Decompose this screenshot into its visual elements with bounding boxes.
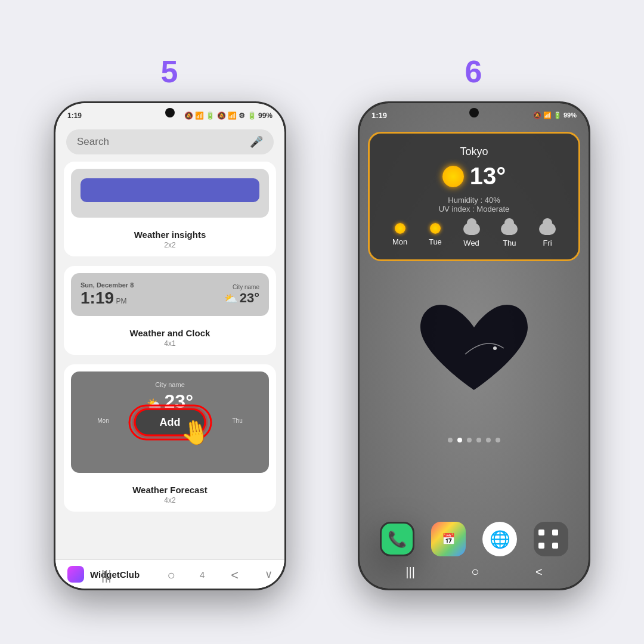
widget-preview-top — [80, 178, 259, 202]
nav-bar5: ||| ○ < — [55, 562, 284, 589]
main-container: 5 1:19 🔕 📶 🔋 🔕 📶 ⚙ 🔋 99% Search 🎤 — [0, 0, 644, 644]
ww-city6: Tokyo — [382, 145, 566, 158]
wc-left: Sun, December 8 1:19 PM — [80, 281, 134, 308]
wc-right: City name ⛅ 23° — [224, 284, 259, 306]
dock-gallery[interactable]: 📅 — [431, 522, 466, 556]
cloud-icon-wed — [463, 223, 480, 235]
widget-info-insights: Weather insights 2x2 — [64, 225, 276, 256]
apps-dot-3 — [538, 543, 544, 549]
phone6-screen: 1:19 🔕 📶 🔋 99% Tokyo 13° Humidity : 40% … — [360, 103, 589, 589]
dot-6 — [496, 438, 500, 442]
status-icons5: 🔕 📶 🔋 🔕 📶 ⚙ 🔋 99% — [184, 112, 273, 120]
widget-info-forecast: Weather Forecast 4x2 — [64, 480, 276, 512]
page-dots6 — [360, 438, 589, 442]
cloud-icon-fri — [539, 223, 556, 235]
nav-back5[interactable]: < — [231, 568, 239, 583]
wf-day-mon: Mon — [97, 417, 109, 424]
ww-temp6: 13° — [470, 163, 506, 190]
step6-wrapper: 6 1:19 🔕 📶 🔋 99% Tokyo 13° Hum — [358, 54, 590, 590]
ww-day-mon: Mon — [392, 223, 407, 247]
widget-name-forecast: Weather Forecast — [64, 485, 276, 495]
dock-phone[interactable]: 📞 — [380, 522, 414, 556]
widget-size-clock: 4x1 — [64, 339, 276, 348]
phone5-screen: 1:19 🔕 📶 🔋 🔕 📶 ⚙ 🔋 99% Search 🎤 — [55, 103, 284, 589]
sun-icon-mon — [395, 223, 405, 234]
ww-day-fri: Fri — [539, 223, 556, 247]
search-text5: Search — [77, 136, 109, 148]
dot-3 — [467, 438, 472, 442]
wc-date: Sun, December 8 — [80, 281, 134, 289]
ww-day-thu: Thu — [501, 223, 518, 247]
wc-time: 1:19 — [80, 289, 114, 307]
ww-temp-row6: 13° — [382, 163, 566, 190]
step5-label: 5 — [161, 54, 179, 89]
search-bar5[interactable]: Search 🎤 — [66, 129, 274, 154]
phone5: 1:19 🔕 📶 🔋 🔕 📶 ⚙ 🔋 99% Search 🎤 — [54, 101, 286, 590]
widget-preview-insights — [71, 169, 269, 218]
svg-point-0 — [493, 346, 497, 350]
wc-temp: 23° — [240, 290, 259, 305]
ww-forecast6: Mon Tue Wed Thu — [382, 223, 566, 247]
sun-icon6 — [442, 166, 464, 187]
nav-recent6[interactable]: ||| — [405, 565, 415, 579]
ww-day-wed: Wed — [463, 223, 480, 247]
status-icons6: 🔕 📶 🔋 99% — [533, 112, 577, 119]
dot-4 — [476, 438, 481, 442]
wf-day-thu: Thu — [232, 417, 242, 424]
ww-humidity6: Humidity : 40% UV index : Moderate — [382, 196, 566, 213]
nav-recent5[interactable]: ||| — [101, 568, 112, 583]
widget-name-clock: Weather and Clock — [64, 328, 276, 338]
nav-home5[interactable]: ○ — [168, 568, 175, 583]
apps-dot-1 — [538, 530, 544, 535]
dock6: 📞 📅 🌐 — [371, 522, 577, 556]
dock-apps[interactable] — [534, 522, 568, 556]
step5-wrapper: 5 1:19 🔕 📶 🔋 🔕 📶 ⚙ 🔋 99% Search 🎤 — [54, 54, 286, 590]
widget-list5[interactable]: Weather insights 2x2 Sun, December 8 — [55, 162, 284, 569]
dot-1 — [448, 438, 453, 442]
ww-day-tue: Tue — [429, 223, 442, 247]
dot-2 — [457, 438, 462, 442]
weather-widget6[interactable]: Tokyo 13° Humidity : 40% UV index : Mode… — [368, 132, 580, 261]
nav-back6[interactable]: < — [535, 565, 543, 579]
notch5 — [165, 108, 175, 117]
heart-wallpaper — [385, 271, 564, 426]
nav-home6[interactable]: ○ — [471, 564, 479, 580]
step6-label: 6 — [465, 54, 484, 89]
time6: 1:19 — [371, 111, 387, 120]
add-btn-container: Add 🤚 — [136, 410, 205, 435]
wf-city: City name — [80, 381, 259, 388]
wc-ampm: PM — [116, 297, 126, 305]
wc-temp-row: ⛅ 23° — [224, 290, 259, 306]
wc-city: City name — [224, 284, 259, 290]
cloud-icon-thu — [501, 223, 518, 235]
wc-time-row: 1:19 PM — [80, 289, 134, 308]
widget-size-forecast: 4x2 — [64, 496, 276, 504]
wf-widget-preview: City name ⛅ 23° Mon Tue Wed Thu — [71, 371, 269, 473]
notch6 — [469, 108, 479, 117]
wc-preview-container: Sun, December 8 1:19 PM City name — [64, 266, 276, 323]
widget-name-insights: Weather insights — [64, 230, 276, 240]
dock-chrome[interactable]: 🌐 — [482, 522, 517, 556]
widget-item-clock[interactable]: Sun, December 8 1:19 PM City name — [64, 266, 276, 355]
apps-dot-2 — [552, 530, 558, 535]
widget-size-insights: 2x2 — [64, 241, 276, 249]
phone6: 1:19 🔕 📶 🔋 99% Tokyo 13° Humidity : 40% … — [358, 101, 590, 590]
wc-widget-preview: Sun, December 8 1:19 PM City name — [71, 273, 269, 316]
wf-preview-container: City name ⛅ 23° Mon Tue Wed Thu — [64, 364, 276, 480]
widget-item-forecast[interactable]: City name ⛅ 23° Mon Tue Wed Thu — [64, 364, 276, 512]
mic-icon5: 🎤 — [250, 135, 263, 148]
widget-item-insights[interactable]: Weather insights 2x2 — [64, 162, 276, 256]
apps-dot-4 — [552, 543, 558, 549]
sun-icon-tue — [430, 223, 441, 234]
time5: 1:19 — [67, 112, 82, 120]
widget-info-clock: Weather and Clock 4x1 — [64, 323, 276, 355]
cursor-hand: 🤚 — [178, 416, 212, 449]
heart-svg — [414, 295, 534, 402]
dot-5 — [486, 438, 491, 442]
nav-bar6: ||| ○ < — [360, 559, 589, 585]
